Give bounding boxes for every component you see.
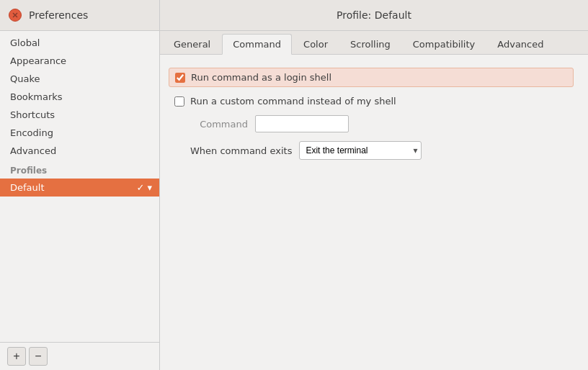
sidebar-item-quake[interactable]: Quake xyxy=(0,70,159,88)
exit-behavior-select[interactable]: Exit the terminal Restart the command Ho… xyxy=(299,141,422,160)
main-layout: Global Appearance Quake Bookmarks Shortc… xyxy=(0,31,588,370)
login-shell-checkbox[interactable] xyxy=(175,73,185,83)
sidebar-item-bookmarks[interactable]: Bookmarks xyxy=(0,88,159,106)
when-exits-row: When command exits Exit the terminal Res… xyxy=(190,141,574,160)
custom-command-label: Run a custom command instead of my shell xyxy=(190,96,396,107)
titlebar: Preferences Profile: Default xyxy=(0,0,588,31)
sidebar-profile-default[interactable]: Default ✓ ▾ xyxy=(0,179,159,197)
when-exits-label: When command exits xyxy=(190,145,292,156)
profile-icons: ✓ ▾ xyxy=(137,182,152,193)
profile-name: Default xyxy=(10,182,45,193)
titlebar-left: Preferences xyxy=(0,0,160,30)
login-shell-row: Run command as a login shell xyxy=(169,68,574,87)
tab-command[interactable]: Command xyxy=(222,34,292,55)
command-input-row: Command xyxy=(190,115,574,132)
profile-title: Profile: Default xyxy=(337,9,411,21)
tab-scrolling[interactable]: Scrolling xyxy=(339,34,401,54)
custom-command-row: Run a custom command instead of my shell xyxy=(174,94,574,108)
preferences-title: Preferences xyxy=(29,9,88,21)
checkmark-icon: ✓ xyxy=(137,182,145,193)
custom-command-checkbox[interactable] xyxy=(174,96,184,107)
sidebar-item-appearance[interactable]: Appearance xyxy=(0,52,159,70)
tab-advanced[interactable]: Advanced xyxy=(486,34,554,54)
tab-color[interactable]: Color xyxy=(293,34,339,54)
profiles-section-label: Profiles xyxy=(0,160,159,179)
sidebar: Global Appearance Quake Bookmarks Shortc… xyxy=(0,31,160,370)
login-shell-label: Run command as a login shell xyxy=(191,72,331,83)
tab-compatibility[interactable]: Compatibility xyxy=(402,34,486,54)
exit-dropdown-wrapper: Exit the terminal Restart the command Ho… xyxy=(299,141,422,160)
close-button[interactable] xyxy=(9,9,22,22)
sidebar-item-advanced[interactable]: Advanced xyxy=(0,142,159,160)
sidebar-item-global[interactable]: Global xyxy=(0,34,159,52)
tabs-bar: General Command Color Scrolling Compatib… xyxy=(160,31,588,55)
command-input[interactable] xyxy=(255,115,349,132)
content-area: General Command Color Scrolling Compatib… xyxy=(160,31,588,370)
titlebar-right: Profile: Default xyxy=(160,0,588,30)
add-profile-button[interactable]: + xyxy=(7,347,26,366)
command-tab-content: Run command as a login shell Run a custo… xyxy=(160,55,588,370)
sidebar-item-shortcuts[interactable]: Shortcuts xyxy=(0,106,159,124)
chevron-down-icon: ▾ xyxy=(147,182,152,193)
remove-profile-button[interactable]: − xyxy=(29,347,48,366)
sidebar-footer: + − xyxy=(0,342,159,370)
sidebar-item-encoding[interactable]: Encoding xyxy=(0,124,159,142)
sidebar-nav: Global Appearance Quake Bookmarks Shortc… xyxy=(0,31,159,342)
command-field-label: Command xyxy=(190,119,248,130)
tab-general[interactable]: General xyxy=(163,34,221,54)
